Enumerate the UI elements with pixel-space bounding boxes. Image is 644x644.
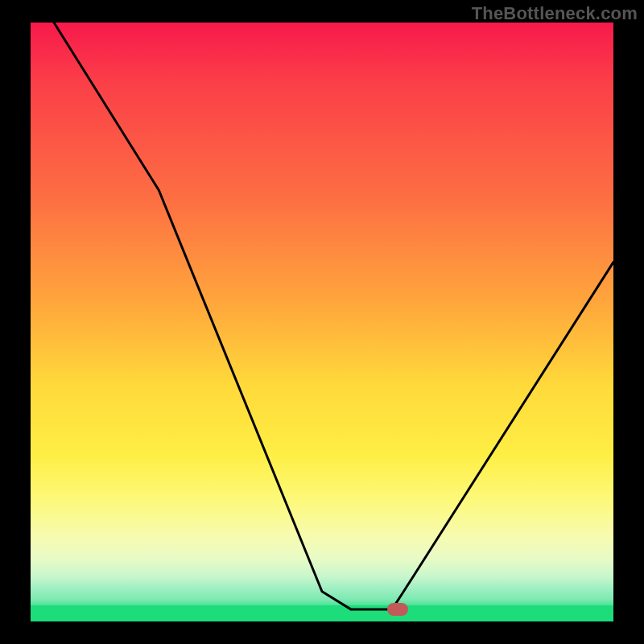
optimal-marker xyxy=(387,603,408,616)
curve-path xyxy=(54,23,613,609)
chart-frame: TheBottleneck.com xyxy=(0,0,644,644)
plot-area xyxy=(31,23,613,621)
bottleneck-curve xyxy=(31,23,613,621)
watermark-text: TheBottleneck.com xyxy=(472,3,638,24)
